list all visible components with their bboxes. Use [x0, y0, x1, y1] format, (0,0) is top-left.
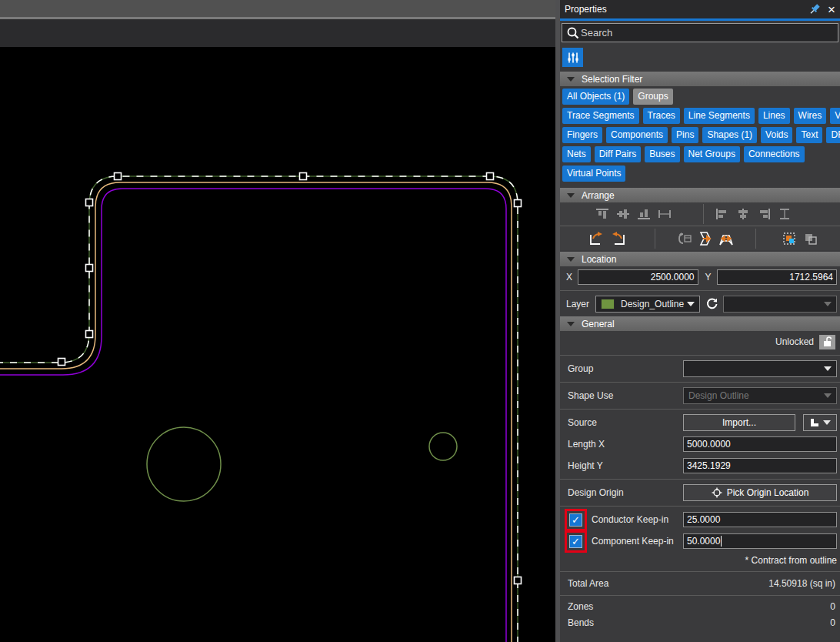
conductor-keepin-field[interactable]: 25.0000	[683, 512, 837, 527]
section-header-selection-filter[interactable]: Selection Filter	[560, 72, 840, 86]
large-cutout-circle[interactable]	[147, 427, 221, 501]
section-header-arrange[interactable]: Arrange	[560, 188, 840, 202]
filter-nets[interactable]: Nets	[562, 146, 591, 162]
selection-handle[interactable]	[487, 173, 494, 180]
filter-traces[interactable]: Traces	[643, 108, 680, 124]
crosshair-icon	[712, 487, 722, 498]
filter-vias[interactable]: Vias	[830, 108, 840, 124]
height-y-label: Height Y	[568, 460, 603, 471]
pin-icon[interactable]	[808, 2, 822, 16]
small-cutout-circle[interactable]	[429, 433, 457, 460]
search-box[interactable]	[562, 23, 838, 42]
section-title: Location	[582, 254, 616, 265]
selection-handle[interactable]	[515, 200, 522, 207]
filter-buses[interactable]: Buses	[645, 146, 679, 162]
length-x-field[interactable]: 5000.0000	[683, 436, 837, 452]
filter-line-segments[interactable]: Line Segments	[684, 108, 755, 124]
accent-divider	[560, 18, 840, 21]
y-value: 1712.5964	[789, 272, 833, 283]
conductor-keepin-row: ✓ Conductor Keep-in 25.0000	[560, 509, 840, 530]
contract-shape-icon[interactable]	[718, 232, 734, 246]
selection-handle[interactable]	[300, 173, 307, 180]
group-dropdown[interactable]	[683, 360, 837, 377]
selection-dash-overlay	[0, 176, 518, 642]
component-keepin-field[interactable]: 50.0000	[683, 533, 837, 549]
unlock-icon[interactable]	[819, 335, 835, 349]
section-header-general[interactable]: General	[560, 316, 840, 331]
collapse-triangle-icon	[567, 257, 575, 262]
refresh-icon[interactable]	[705, 297, 718, 311]
filter-components[interactable]: Components	[606, 127, 668, 143]
align-top-icon[interactable]	[595, 207, 610, 221]
design-canvas[interactable]	[0, 47, 555, 642]
import-button[interactable]: Import...	[683, 414, 795, 431]
align-bottom-icon[interactable]	[636, 207, 652, 221]
corner-shape-icon	[810, 418, 819, 427]
component-keepin-path[interactable]	[0, 189, 506, 642]
align-middle-icon[interactable]	[615, 207, 631, 221]
x-field[interactable]: 2500.0000	[578, 269, 698, 285]
filter-fingers[interactable]: Fingers	[562, 127, 602, 143]
close-icon[interactable]: ×	[828, 3, 835, 16]
search-input[interactable]	[581, 27, 835, 38]
selection-mask-icon[interactable]	[782, 232, 798, 246]
rotate-ccw-icon[interactable]	[589, 232, 605, 246]
properties-titlebar: Properties ×	[560, 0, 840, 18]
filter-all-objects[interactable]: All Objects (1)	[562, 89, 629, 105]
shape-use-dropdown: Design Outline	[683, 387, 837, 404]
resize-shape-icon[interactable]	[677, 232, 692, 246]
selection-handle[interactable]	[115, 173, 122, 180]
align-center-icon[interactable]	[735, 207, 751, 221]
filter-voids[interactable]: Voids	[761, 127, 792, 143]
component-keepin-checkbox[interactable]: ✓	[569, 535, 582, 548]
filter-pins[interactable]: Pins	[672, 127, 698, 143]
group-row: Group	[560, 358, 840, 380]
selection-handle[interactable]	[86, 331, 93, 338]
text-caret	[721, 536, 722, 547]
source-options-button[interactable]	[803, 414, 837, 431]
filter-connections[interactable]: Connections	[744, 146, 805, 162]
distribute-horizontal-icon[interactable]	[657, 207, 672, 221]
align-right-icon[interactable]	[756, 207, 772, 221]
pick-origin-button[interactable]: Pick Origin Location	[683, 484, 837, 501]
combine-shapes-icon[interactable]	[803, 232, 818, 246]
conductor-keepin-label: Conductor Keep-in	[592, 514, 668, 525]
design-outline-path[interactable]	[0, 176, 518, 642]
distribute-vertical-icon[interactable]	[777, 207, 792, 221]
height-y-field[interactable]: 3425.1929	[683, 458, 837, 473]
filter-shapes[interactable]: Shapes (1)	[702, 127, 757, 143]
filter-trace-segments[interactable]: Trace Segments	[562, 108, 639, 124]
filter-virtual-points[interactable]: Virtual Points	[562, 166, 625, 182]
component-keepin-label: Component Keep-in	[592, 536, 674, 547]
rotate-cw-icon[interactable]	[610, 232, 625, 246]
height-y-row: Height Y 3425.1929	[560, 455, 840, 476]
y-label: Y	[705, 272, 712, 283]
conductor-keepin-checkbox[interactable]: ✓	[569, 513, 582, 527]
filter-diff-pairs[interactable]: Diff Pairs	[595, 146, 641, 162]
collapse-triangle-icon	[567, 193, 575, 198]
filter-net-groups[interactable]: Net Groups	[684, 146, 740, 162]
conductor-keepin-path[interactable]	[0, 182, 512, 642]
selection-handle[interactable]	[86, 265, 93, 272]
filter-text[interactable]: Text	[796, 127, 822, 143]
selection-handle[interactable]	[58, 359, 65, 366]
selection-handle[interactable]	[515, 577, 522, 584]
source-row: Source Import...	[560, 412, 840, 433]
y-field[interactable]: 1712.5964	[717, 269, 837, 285]
section-header-location[interactable]: Location	[560, 252, 840, 266]
selection-handles[interactable]	[58, 173, 522, 584]
x-value: 2500.0000	[651, 272, 695, 283]
selection-handle[interactable]	[86, 199, 93, 206]
total-area-row: Total Area 14.50918 (sq in)	[560, 574, 840, 593]
selection-filter-buttons: All Objects (1) Groups Trace Segments Tr…	[560, 86, 840, 188]
filter-lines[interactable]: Lines	[758, 108, 790, 124]
filter-drc[interactable]: DRC	[826, 127, 840, 143]
filter-wires[interactable]: Wires	[794, 108, 827, 124]
layer-dropdown[interactable]: Design_Outline	[595, 296, 700, 313]
location-xy-row: X 2500.0000 Y 1712.5964	[560, 266, 840, 288]
filter-groups[interactable]: Groups	[633, 89, 672, 105]
expand-shape-icon[interactable]	[698, 232, 713, 246]
filter-toggle-button[interactable]	[562, 48, 583, 67]
board-outline-drawing	[0, 47, 555, 642]
align-left-icon[interactable]	[715, 207, 730, 221]
